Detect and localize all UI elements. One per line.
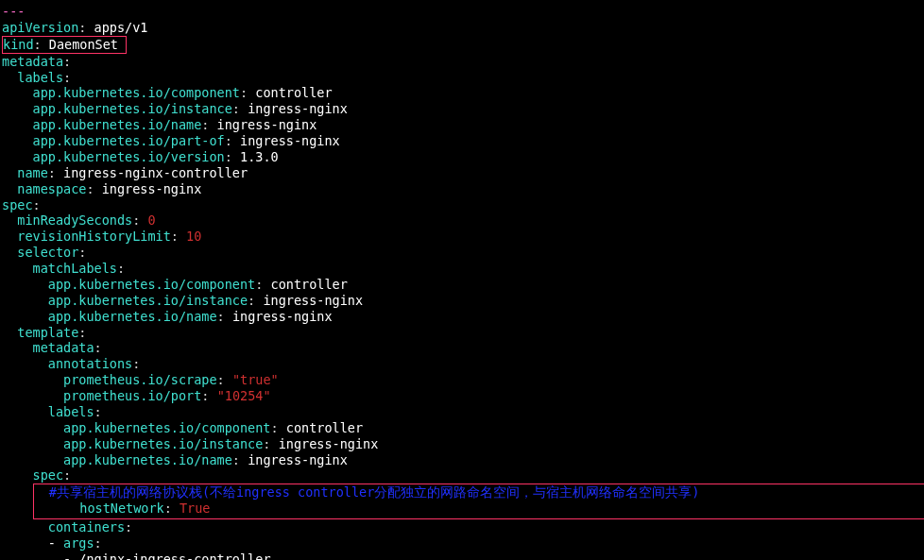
colon: : <box>217 372 225 387</box>
colon: : <box>225 149 232 164</box>
key-tpl-instance: app.kubernetes.io/instance <box>63 436 263 451</box>
colon: : <box>132 356 140 371</box>
colon: : <box>63 467 71 483</box>
colon: : <box>232 101 240 116</box>
key-containers: containers <box>48 519 125 535</box>
val-hostnetwork: True <box>180 501 211 516</box>
highlight-box-hostnetwork: #共享宿主机的网络协议栈(不给ingress controller分配独立的网路… <box>33 484 924 519</box>
colon: : <box>63 54 71 69</box>
key-template: template <box>17 325 78 340</box>
key-prom-port: prometheus.io/port <box>63 388 201 403</box>
colon: : <box>164 501 172 516</box>
key-annotations: annotations <box>48 356 132 371</box>
key-matchlabels: matchLabels <box>33 261 117 276</box>
val-sel-component: controller <box>271 277 348 292</box>
val-prom-port: "10254" <box>217 388 271 403</box>
key-sel-name: app.kubernetes.io/name <box>48 309 217 324</box>
yaml-divider: --- <box>2 4 25 19</box>
colon: : <box>78 20 86 35</box>
key-namespace: namespace <box>17 181 86 196</box>
val-minready: 0 <box>147 212 155 228</box>
colon: : <box>255 277 263 292</box>
colon: : <box>63 70 71 85</box>
key-sel-instance: app.kubernetes.io/instance <box>48 293 248 308</box>
colon: : <box>78 325 86 340</box>
colon: : <box>263 436 270 451</box>
colon: : <box>125 519 132 535</box>
dash: - <box>48 535 56 551</box>
key-instance: app.kubernetes.io/instance <box>33 101 232 116</box>
colon: : <box>225 133 232 148</box>
val-sel-instance: ingress-nginx <box>263 293 363 308</box>
colon: : <box>34 37 42 52</box>
colon: : <box>248 293 255 308</box>
val-namespace: ingress-nginx <box>102 181 202 196</box>
key-spec: spec <box>2 197 33 212</box>
key-prom-scrape: prometheus.io/scrape <box>63 372 217 387</box>
colon: : <box>94 340 102 355</box>
colon: : <box>94 535 102 551</box>
key-version: app.kubernetes.io/version <box>33 149 225 164</box>
val-args0: /nginx-ingress-controller <box>78 552 270 560</box>
val-metaname: ingress-nginx-controller <box>63 165 248 180</box>
val-name: ingress-nginx <box>217 117 317 132</box>
key-metadata: metadata <box>2 54 63 69</box>
dash: - <box>63 552 71 560</box>
highlight-box-kind: kind: DaemonSet <box>2 36 127 54</box>
val-component: controller <box>255 85 332 100</box>
colon: : <box>86 181 94 196</box>
val-apiversion: apps/v1 <box>94 20 148 35</box>
colon: : <box>132 212 140 228</box>
colon: : <box>171 229 179 244</box>
key-tpl-component: app.kubernetes.io/component <box>63 420 270 435</box>
comment-hostnetwork: #共享宿主机的网络协议栈(不给ingress controller分配独立的网路… <box>49 484 700 500</box>
val-revhist: 10 <box>186 229 201 244</box>
colon: : <box>33 197 41 212</box>
val-prom-scrape: "true" <box>232 372 279 387</box>
key-tpl-name: app.kubernetes.io/name <box>63 452 232 467</box>
colon: : <box>217 309 225 324</box>
colon: : <box>232 452 240 467</box>
key-component: app.kubernetes.io/component <box>33 85 240 100</box>
val-kind: DaemonSet <box>49 37 118 52</box>
key-sel-component: app.kubernetes.io/component <box>48 277 255 292</box>
key-partof: app.kubernetes.io/part-of <box>33 133 225 148</box>
key-labels: labels <box>17 70 63 85</box>
key-kind: kind <box>3 37 34 52</box>
val-instance: ingress-nginx <box>248 101 348 116</box>
val-tpl-component: controller <box>286 420 363 435</box>
colon: : <box>270 420 278 435</box>
key-selector: selector <box>17 245 78 260</box>
key-tpl-metadata: metadata <box>33 340 94 355</box>
colon: : <box>201 388 209 403</box>
key-hostnetwork: hostNetwork <box>79 501 163 516</box>
colon: : <box>240 85 248 100</box>
colon: : <box>48 165 56 180</box>
val-tpl-instance: ingress-nginx <box>279 436 379 451</box>
colon: : <box>94 404 102 419</box>
key-metaname: name <box>17 165 48 180</box>
key-tpl-labels: labels <box>48 404 94 419</box>
val-partof: ingress-nginx <box>240 133 340 148</box>
val-version: 1.3.0 <box>240 149 279 164</box>
key-name: app.kubernetes.io/name <box>33 117 202 132</box>
colon: : <box>201 117 209 132</box>
key-revhist: revisionHistoryLimit <box>17 229 171 244</box>
key-apiversion: apiVersion <box>2 20 78 35</box>
key-minready: minReadySeconds <box>17 212 132 228</box>
key-args: args <box>63 535 94 551</box>
val-tpl-name: ingress-nginx <box>248 452 348 467</box>
colon: : <box>117 261 125 276</box>
colon: : <box>78 245 86 260</box>
key-tpl-spec: spec <box>33 467 64 483</box>
val-sel-name: ingress-nginx <box>232 309 333 324</box>
